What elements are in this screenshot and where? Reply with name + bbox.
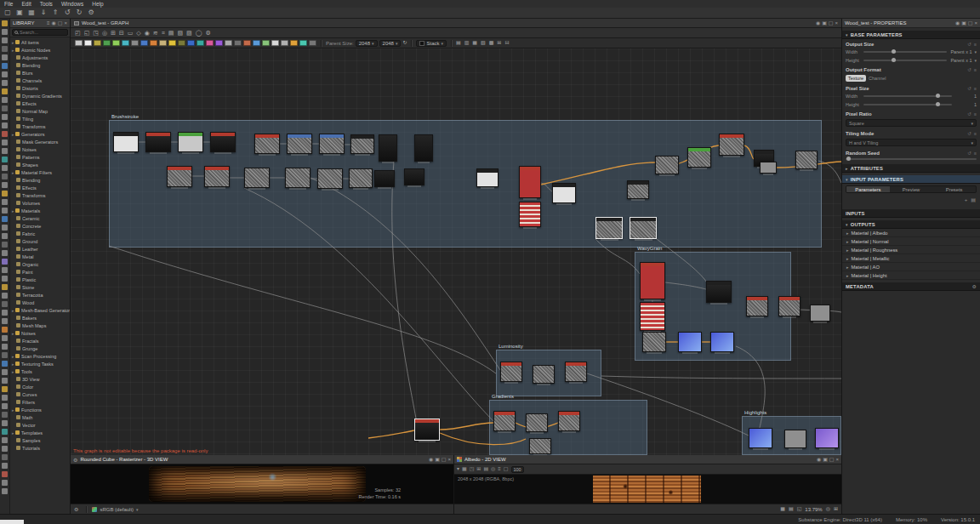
graph-node[interactable] xyxy=(145,132,171,152)
border-icon[interactable]: ▢ xyxy=(504,464,509,474)
float-icon[interactable]: ▢ xyxy=(442,455,447,464)
pixel-ratio-dropdown[interactable]: Square xyxy=(846,119,977,127)
graph-tab-title[interactable]: Wood_test - GRAPH xyxy=(82,20,128,26)
atomic-node-swatch[interactable] xyxy=(75,40,83,46)
panel-icon[interactable] xyxy=(2,335,8,341)
graph-node[interactable] xyxy=(414,134,433,162)
panel-icon[interactable] xyxy=(2,318,8,324)
graph-node[interactable] xyxy=(565,362,587,382)
param-menu-icon[interactable] xyxy=(974,131,977,136)
pin-icon[interactable]: ◉ xyxy=(816,19,820,27)
panel-icon[interactable] xyxy=(2,395,8,401)
pin-icon[interactable]: ◉ xyxy=(955,19,960,27)
close-icon[interactable]: × xyxy=(447,455,451,464)
menu-help[interactable]: Help xyxy=(88,0,107,8)
thumbnails-icon[interactable]: ▤ xyxy=(456,38,461,48)
menu-file[interactable]: File xyxy=(0,0,17,8)
display-settings-icon[interactable]: ⚙ xyxy=(74,506,78,512)
library-item[interactable]: Adjustments xyxy=(10,54,70,61)
split-view-icon[interactable]: ▤ xyxy=(483,464,488,474)
atomic-node-swatch[interactable] xyxy=(206,40,214,46)
library-item[interactable]: Blurs xyxy=(10,69,70,77)
library-item[interactable]: Transforms xyxy=(10,191,70,199)
panel-icon[interactable] xyxy=(2,412,8,418)
section-outputs[interactable]: OUTPUTS xyxy=(842,220,980,229)
atomic-node-swatch[interactable] xyxy=(309,40,316,46)
library-item[interactable]: ▸All items xyxy=(10,38,70,46)
library-item[interactable]: Leather xyxy=(10,245,70,253)
panel-icon[interactable] xyxy=(2,267,8,273)
library-item[interactable]: ▸Functions xyxy=(10,406,70,413)
library-item[interactable]: Fractals xyxy=(10,337,70,345)
select-icon[interactable]: ◰ xyxy=(75,28,81,37)
new-file-icon[interactable]: ▢ xyxy=(3,8,12,18)
pin-icon[interactable]: ◉ xyxy=(52,19,56,27)
slider-knob[interactable] xyxy=(892,58,896,62)
panel-icon[interactable] xyxy=(2,446,8,452)
graph-node[interactable] xyxy=(476,168,499,187)
graph-node[interactable] xyxy=(710,332,734,352)
library-item[interactable]: Terracotta xyxy=(10,291,70,299)
stack-dropdown[interactable]: Stack xyxy=(416,40,447,47)
levels-icon[interactable]: ≡ xyxy=(498,464,501,474)
atomic-node-swatch[interactable] xyxy=(140,40,148,46)
width-slider[interactable] xyxy=(863,51,947,53)
panel-icon[interactable] xyxy=(2,63,8,69)
channel-select-icon[interactable]: ▾ xyxy=(457,464,459,474)
dock-icon[interactable]: ▣ xyxy=(435,455,440,464)
panel-icon[interactable] xyxy=(2,174,8,179)
library-item[interactable]: Grunge xyxy=(10,345,70,352)
atomic-node-swatch[interactable] xyxy=(225,40,232,46)
panel-icon[interactable] xyxy=(2,122,8,128)
library-item[interactable]: Ground xyxy=(10,237,70,245)
pan-icon[interactable]: ◳ xyxy=(93,28,99,37)
panel-icon[interactable] xyxy=(2,131,8,137)
library-item[interactable]: Plastic xyxy=(10,276,70,283)
panel-icon[interactable] xyxy=(2,386,8,392)
graph-node[interactable] xyxy=(529,438,551,454)
panel-icon[interactable] xyxy=(2,378,8,384)
open-file-icon[interactable]: ▣ xyxy=(15,8,24,18)
atomic-node-swatch[interactable] xyxy=(243,40,251,46)
fit-content-icon[interactable]: ◱ xyxy=(797,504,802,514)
library-item[interactable]: Shapes xyxy=(10,161,70,168)
library-item[interactable]: Metal xyxy=(10,253,70,260)
library-item[interactable]: Blending xyxy=(10,176,70,184)
marquee-icon[interactable]: ◱ xyxy=(84,28,90,37)
library-item[interactable]: Mesh Maps xyxy=(10,322,70,329)
library-item[interactable]: ▸Noises xyxy=(10,329,70,337)
atomic-node-swatch[interactable] xyxy=(299,40,307,46)
panel-icon[interactable] xyxy=(2,429,8,435)
atomic-node-swatch[interactable] xyxy=(84,40,92,46)
atomic-node-swatch[interactable] xyxy=(112,40,120,46)
graph-node[interactable] xyxy=(349,168,373,188)
panel-icon[interactable] xyxy=(2,199,8,205)
panel-icon[interactable] xyxy=(2,20,8,26)
rendered-mesh[interactable] xyxy=(149,466,366,502)
panel-icon[interactable] xyxy=(2,344,8,350)
panel-icon[interactable] xyxy=(2,191,8,196)
reset-icon[interactable] xyxy=(967,67,971,72)
reset-icon[interactable] xyxy=(967,42,971,47)
dock-icon[interactable]: ▣ xyxy=(961,19,966,27)
panel-icon[interactable] xyxy=(2,352,8,358)
section-metadata[interactable]: METADATA xyxy=(842,282,980,291)
menu-tools[interactable]: Tools xyxy=(36,0,57,8)
panel-icon[interactable] xyxy=(2,463,8,469)
atomic-node-swatch[interactable] xyxy=(253,40,260,46)
graph-node[interactable] xyxy=(640,262,665,299)
close-icon[interactable]: × xyxy=(835,19,838,27)
atomic-node-swatch[interactable] xyxy=(94,40,101,46)
panel-icon[interactable] xyxy=(2,148,8,154)
library-item[interactable]: 3D View xyxy=(10,375,70,383)
graph-node[interactable] xyxy=(719,134,744,156)
graph-node[interactable] xyxy=(778,296,801,316)
output-item[interactable]: ▸Material | AO xyxy=(842,263,980,271)
atomic-node-swatch[interactable] xyxy=(234,40,242,46)
param-menu-icon[interactable] xyxy=(974,86,977,91)
link-mode-icon[interactable]: ≡ xyxy=(162,28,165,37)
graph-node[interactable] xyxy=(595,217,623,239)
panel-icon[interactable] xyxy=(2,97,8,103)
close-icon[interactable]: × xyxy=(64,19,67,27)
library-item[interactable]: Dynamic Gradients xyxy=(10,92,70,100)
